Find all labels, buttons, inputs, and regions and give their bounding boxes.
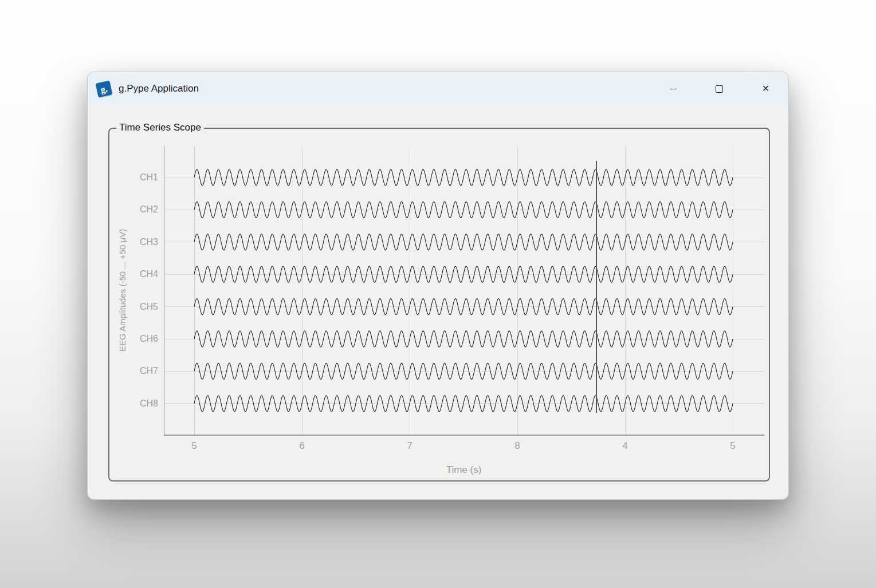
channel-label: CH1 xyxy=(109,172,158,183)
eeg-trace-ch2 xyxy=(194,202,733,218)
x-axis-title: Time (s) xyxy=(164,464,764,476)
sweep-cursor-line xyxy=(596,161,597,413)
channel-label: CH6 xyxy=(109,333,158,345)
channel-label: CH8 xyxy=(109,398,158,409)
eeg-trace-ch3 xyxy=(194,234,733,250)
channel-label: CH3 xyxy=(109,236,158,248)
maximize-button[interactable] xyxy=(706,79,733,98)
window-title: g.Pype Application xyxy=(119,83,199,94)
app-logo-text: g. xyxy=(100,84,108,94)
minimize-button[interactable] xyxy=(659,79,686,98)
x-tick-label: 8 xyxy=(506,440,529,452)
eeg-trace-ch4 xyxy=(194,266,733,282)
x-tick-label: 5 xyxy=(721,440,744,452)
x-tick-label: 5 xyxy=(183,440,206,452)
application-window: g. g.Pype Application ✕ Time Series Scop… xyxy=(87,72,789,500)
eeg-trace-ch6 xyxy=(194,331,733,347)
channel-label: CH2 xyxy=(109,204,158,215)
close-icon: ✕ xyxy=(762,84,769,93)
app-logo-icon: g. xyxy=(96,80,113,97)
close-button[interactable]: ✕ xyxy=(752,79,779,98)
groupbox-title: Time Series Scope xyxy=(116,122,204,133)
eeg-trace-ch8 xyxy=(194,396,733,412)
waveform-canvas xyxy=(164,146,764,435)
window-titlebar[interactable]: g. g.Pype Application ✕ xyxy=(88,72,788,105)
eeg-trace-ch7 xyxy=(194,363,733,379)
maximize-icon xyxy=(716,85,723,93)
x-tick-label: 7 xyxy=(398,440,421,452)
eeg-trace-ch1 xyxy=(194,169,733,186)
window-controls: ✕ xyxy=(659,79,779,98)
x-tick-label: 6 xyxy=(290,440,313,452)
channel-label: CH4 xyxy=(109,269,158,280)
channel-label-column: CH1CH2CH3CH4CH5CH6CH7CH8 xyxy=(109,146,158,435)
channel-label: CH7 xyxy=(109,365,158,377)
scope-plot-area: 567845 xyxy=(164,146,764,436)
channel-label: CH5 xyxy=(109,301,158,313)
x-tick-label: 4 xyxy=(614,440,637,452)
minimize-icon xyxy=(670,89,677,89)
eeg-trace-ch5 xyxy=(194,299,733,315)
time-series-scope-groupbox: Time Series Scope EEG Amplitudes (-50 ..… xyxy=(108,128,770,482)
